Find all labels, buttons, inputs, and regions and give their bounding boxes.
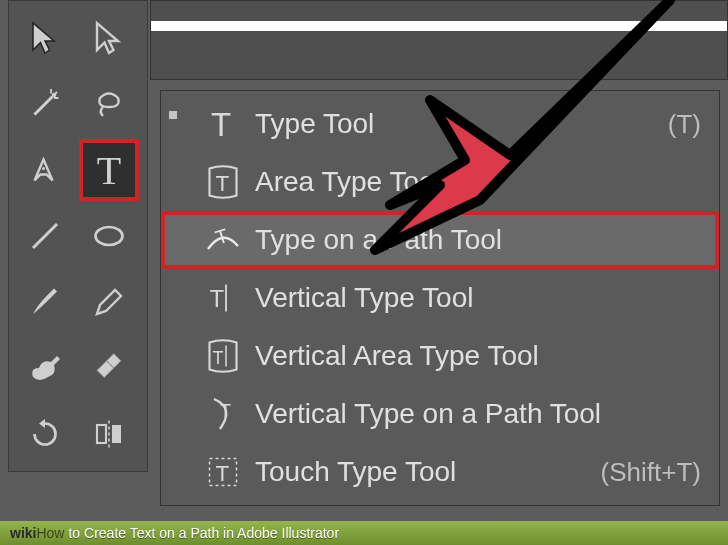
blob-brush-tool[interactable] (15, 337, 75, 399)
blob-brush-icon (27, 350, 63, 386)
tools-panel: T (8, 0, 148, 472)
flyout-item-type[interactable]: T Type Tool (T) (161, 95, 719, 153)
type-tool[interactable]: T (79, 139, 139, 201)
direct-selection-icon (91, 20, 127, 56)
flyout-item-area-type[interactable]: T Area Type Tool (161, 153, 719, 211)
footer-brand: wiki (10, 525, 36, 541)
eraser-tool[interactable] (79, 337, 139, 399)
svg-text:T: T (220, 401, 231, 421)
direct-selection-tool[interactable] (79, 7, 139, 69)
magic-wand-icon (27, 86, 63, 122)
magic-wand-tool[interactable] (15, 73, 75, 135)
selection-icon (27, 20, 63, 56)
flyout-item-type-on-path[interactable]: T Type on a Path Tool (161, 211, 719, 269)
svg-text:T: T (216, 171, 230, 196)
flyout-item-label: Area Type Tool (247, 166, 701, 198)
footer-how: How (36, 525, 64, 541)
flyout-item-label: Vertical Type on a Path Tool (247, 398, 701, 430)
type-icon: T (97, 147, 121, 194)
rotate-tool[interactable] (15, 403, 75, 465)
svg-text:T: T (216, 461, 230, 486)
svg-text:T: T (213, 224, 231, 249)
lasso-tool[interactable] (79, 73, 139, 135)
paintbrush-icon (27, 284, 63, 320)
rotate-icon (27, 416, 63, 452)
svg-rect-3 (97, 425, 106, 443)
flyout-item-vertical-area-type[interactable]: T Vertical Area Type Tool (161, 327, 719, 385)
svg-text:T: T (211, 106, 231, 142)
ellipse-tool[interactable] (79, 205, 139, 267)
flyout-item-shortcut: (T) (668, 109, 701, 140)
type-tool-flyout: T Type Tool (T) T Area Type Tool T Type … (160, 90, 720, 506)
vertical-area-type-icon: T (199, 338, 247, 374)
pencil-icon (91, 284, 127, 320)
canvas-area[interactable] (150, 0, 728, 80)
ellipse-icon (91, 218, 127, 254)
footer-title: to Create Text on a Path in Adobe Illust… (68, 525, 339, 541)
flyout-item-touch-type[interactable]: T Touch Type Tool (Shift+T) (161, 443, 719, 501)
flyout-item-label: Type on a Path Tool (247, 224, 701, 256)
flyout-tearoff-indicator[interactable] (169, 111, 177, 119)
svg-point-1 (42, 167, 45, 170)
flyout-item-vertical-type-on-path[interactable]: T Vertical Type on a Path Tool (161, 385, 719, 443)
vertical-type-on-path-icon: T (199, 396, 247, 432)
svg-point-2 (96, 227, 123, 245)
reflect-icon (91, 416, 127, 452)
line-icon (27, 218, 63, 254)
flyout-item-label: Vertical Type Tool (247, 282, 701, 314)
flyout-item-shortcut: (Shift+T) (601, 457, 701, 488)
flyout-item-label: Vertical Area Type Tool (247, 340, 701, 372)
area-type-icon: T (199, 164, 247, 200)
flyout-item-label: Touch Type Tool (247, 456, 601, 488)
paintbrush-tool[interactable] (15, 271, 75, 333)
type-icon: T (199, 106, 247, 142)
svg-text:T: T (210, 285, 225, 312)
line-segment-tool[interactable] (15, 205, 75, 267)
pen-icon (27, 152, 63, 188)
pen-tool[interactable] (15, 139, 75, 201)
reflect-tool[interactable] (79, 403, 139, 465)
svg-text:T: T (213, 348, 224, 368)
touch-type-icon: T (199, 454, 247, 490)
vertical-type-icon: T (199, 280, 247, 316)
selection-tool[interactable] (15, 7, 75, 69)
flyout-item-label: Type Tool (247, 108, 668, 140)
type-on-path-icon: T (199, 222, 247, 258)
footer-bar: wiki How to Create Text on a Path in Ado… (0, 521, 728, 545)
pencil-tool[interactable] (79, 271, 139, 333)
svg-rect-4 (112, 425, 121, 443)
lasso-icon (91, 86, 127, 122)
eraser-icon (91, 350, 127, 386)
flyout-item-vertical-type[interactable]: T Vertical Type Tool (161, 269, 719, 327)
